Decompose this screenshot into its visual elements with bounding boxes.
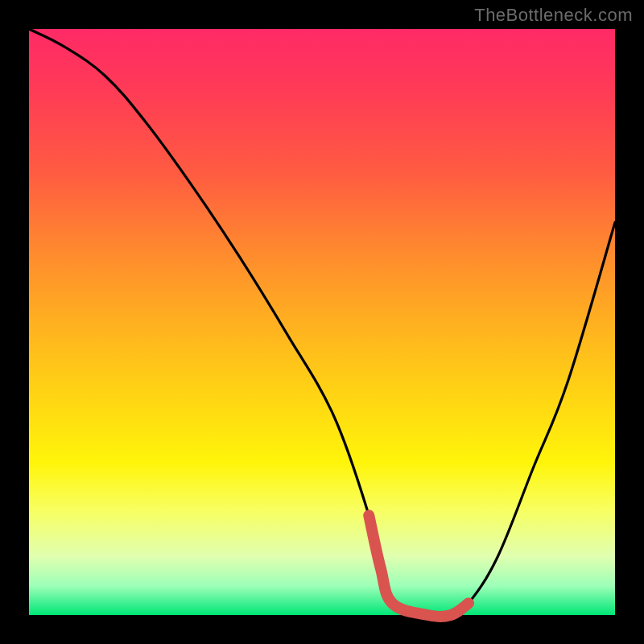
watermark-text: TheBottleneck.com: [474, 5, 633, 26]
chart-frame: TheBottleneck.com: [0, 0, 644, 644]
bottleneck-chart: [29, 29, 615, 615]
bottleneck-curve-path: [29, 29, 615, 617]
optimal-range-marker: [369, 515, 469, 617]
